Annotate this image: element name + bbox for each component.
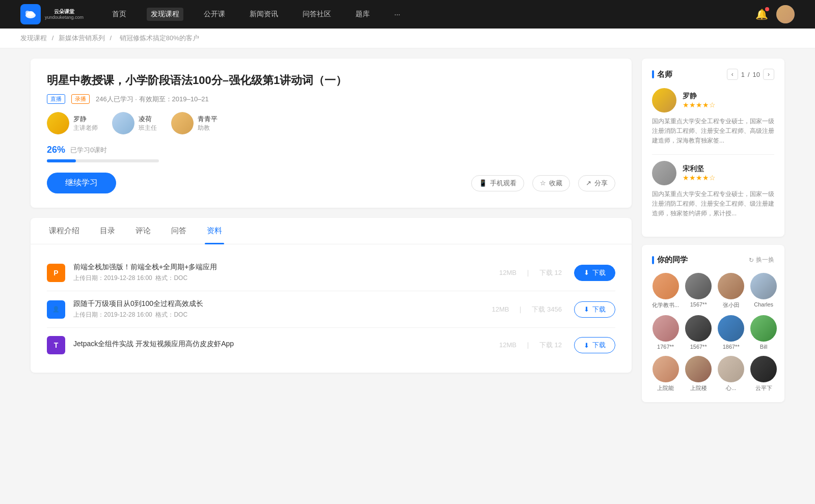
breadcrumb-current: 销冠修炼术搞定80%的客户 xyxy=(120,34,199,42)
teacher-1-role: 班主任 xyxy=(139,124,157,132)
classmate-10-name: 心... xyxy=(726,384,736,392)
breadcrumb: 发现课程 / 新媒体营销系列 / 销冠修炼术搞定80%的客户 xyxy=(0,29,815,48)
teacher-1-avatar xyxy=(112,112,134,134)
teacher-entry-0-header: 罗静 ★★★★☆ xyxy=(652,88,774,113)
course-meta: 直播 录播 246人已学习 · 有效期至：2019–10–21 xyxy=(47,94,615,104)
teacher-entry-0-stars: ★★★★☆ xyxy=(683,101,716,109)
teacher-2-avatar xyxy=(171,112,194,134)
classmate-6[interactable]: 1867** xyxy=(718,315,744,350)
resource-item-0: P 前端全栈加强版！前端全栈+全周期+多端应用 上传日期：2019-12-28 … xyxy=(47,255,615,291)
share-label: 分享 xyxy=(594,179,608,188)
classmate-1[interactable]: 1567** xyxy=(685,273,712,309)
mobile-view-button[interactable]: 📱 手机观看 xyxy=(471,175,524,191)
classmate-4[interactable]: 1767** xyxy=(652,315,679,350)
tab-catalog[interactable]: 目录 xyxy=(98,218,117,244)
tab-qa[interactable]: 问答 xyxy=(169,218,188,244)
classmate-7-name: Bill xyxy=(760,344,768,350)
classmate-1-avatar xyxy=(685,273,712,299)
nav-public[interactable]: 公开课 xyxy=(200,8,229,21)
famous-teachers-card: 名师 ‹ 1 / 10 › 罗静 ★★★★☆ 国内某重点 xyxy=(642,59,784,237)
tab-intro[interactable]: 课程介绍 xyxy=(47,218,82,244)
nav-discover[interactable]: 发现课程 xyxy=(147,8,183,21)
download-icon-0: ⬇ xyxy=(584,269,589,276)
classmate-5[interactable]: 1567** xyxy=(685,315,712,350)
teacher-entry-0-name: 罗静 xyxy=(683,92,716,101)
teacher-entry-1-desc: 国内某重点大学安全工程专业硕士，国家一级注册消防工程师、注册安全工程师、级注册建… xyxy=(652,189,774,219)
teacher-entry-1: 宋利坚 ★★★★☆ 国内某重点大学安全工程专业硕士，国家一级注册消防工程师、注册… xyxy=(652,161,774,219)
teachers-list: 罗静 主讲老师 凌荷 班主任 xyxy=(47,112,615,134)
user-avatar-nav[interactable] xyxy=(776,5,795,23)
res-title-1: 跟随千万级项目从0到100全过程高效成长 xyxy=(73,299,479,309)
classmate-7[interactable]: Bill xyxy=(750,315,777,350)
logo[interactable]: 云朵课堂 yundouketang.com xyxy=(20,4,84,24)
share-button[interactable]: ↗ 分享 xyxy=(578,175,615,191)
download-button-0[interactable]: ⬇ 下载 xyxy=(574,265,615,281)
switch-classmates-button[interactable]: ↻ 换一换 xyxy=(749,256,774,264)
main-content: 明星中教授课，小学阶段语法100分–强化级第1讲动词（一） 直播 录播 246人… xyxy=(31,59,632,410)
nav-home[interactable]: 首页 xyxy=(108,8,130,21)
notification-bell[interactable]: 🔔 xyxy=(755,8,768,20)
nav-quiz[interactable]: 题库 xyxy=(351,8,374,21)
classmate-3[interactable]: Charles xyxy=(750,273,777,309)
res-info-0: 前端全栈加强版！前端全栈+全周期+多端应用 上传日期：2019-12-28 16… xyxy=(73,263,487,283)
refresh-icon: ↻ xyxy=(749,257,754,264)
teacher-next-button[interactable]: › xyxy=(763,69,774,80)
teacher-entry-1-info: 宋利坚 ★★★★☆ xyxy=(683,164,716,182)
res-icon-2: T xyxy=(47,336,65,354)
res-icon-1: 👤 xyxy=(47,300,65,319)
progress-section: 26% 已学习0课时 xyxy=(47,145,615,162)
continue-study-button[interactable]: 继续学习 xyxy=(47,173,116,193)
breadcrumb-discover[interactable]: 发现课程 xyxy=(20,34,47,42)
classmate-2-name: 张小田 xyxy=(723,301,740,309)
teacher-0-name: 罗静 xyxy=(73,115,98,124)
nav-news[interactable]: 新闻资讯 xyxy=(246,8,282,21)
teacher-0-role: 主讲老师 xyxy=(73,124,98,132)
logo-icon xyxy=(20,4,41,24)
collect-button[interactable]: ☆ 收藏 xyxy=(532,175,570,191)
classmate-10[interactable]: 心... xyxy=(718,356,744,392)
classmate-9-name: 上院楼 xyxy=(690,384,707,392)
classmate-8[interactable]: 上院能 xyxy=(652,356,679,392)
teacher-entry-0-avatar xyxy=(652,88,676,113)
classmate-4-name: 1767** xyxy=(657,344,674,350)
svg-point-2 xyxy=(25,11,30,15)
teacher-0-info: 罗静 主讲老师 xyxy=(73,115,98,132)
logo-text: 云朵课堂 xyxy=(45,9,84,15)
breadcrumb-sep1: / xyxy=(52,34,56,42)
tab-materials[interactable]: 资料 xyxy=(205,218,224,244)
download-button-2[interactable]: ⬇ 下载 xyxy=(574,337,615,353)
breadcrumb-series[interactable]: 新媒体营销系列 xyxy=(59,34,105,42)
tab-review[interactable]: 评论 xyxy=(133,218,153,244)
teacher-entry-1-avatar xyxy=(652,161,676,185)
classmate-9[interactable]: 上院楼 xyxy=(685,356,712,392)
download-icon-2: ⬇ xyxy=(584,342,589,349)
download-button-1[interactable]: ⬇ 下载 xyxy=(574,301,615,318)
classmate-2[interactable]: 张小田 xyxy=(718,273,744,309)
course-actions: 继续学习 📱 手机观看 ☆ 收藏 ↗ 分享 xyxy=(47,173,615,193)
teacher-2: 青青平 助教 xyxy=(171,112,218,134)
notification-dot xyxy=(765,7,769,11)
switch-label: 换一换 xyxy=(756,256,774,264)
res-info-2: Jetpack全组件实战 开发短视频应用高仿皮皮虾App xyxy=(73,340,487,351)
share-icon: ↗ xyxy=(586,179,591,187)
teacher-2-role: 助教 xyxy=(198,124,218,132)
progress-label: 26% 已学习0课时 xyxy=(47,145,615,155)
classmate-11[interactable]: 云平下 xyxy=(750,356,777,392)
classmate-0-name: 化学教书... xyxy=(652,301,679,309)
star-icon: ☆ xyxy=(540,179,546,187)
classmate-0[interactable]: 化学教书... xyxy=(652,273,679,309)
download-icon-1: ⬇ xyxy=(584,305,589,313)
breadcrumb-sep2: / xyxy=(110,34,113,42)
nav-more[interactable]: ··· xyxy=(390,8,404,20)
teacher-prev-button[interactable]: ‹ xyxy=(727,69,738,80)
main-layout: 明星中教授课，小学阶段语法100分–强化级第1讲动词（一） 直播 录播 246人… xyxy=(10,48,805,421)
res-size-1: 12MB｜下载 3456 xyxy=(487,305,566,314)
teacher-divider xyxy=(652,154,774,155)
teacher-page-sep: / xyxy=(748,71,750,78)
classmate-1-name: 1567** xyxy=(690,301,707,307)
classmate-5-name: 1567** xyxy=(690,344,707,350)
teacher-entry-0-info: 罗静 ★★★★☆ xyxy=(683,92,716,109)
res-meta-1: 上传日期：2019-12-28 16:00 格式：DOC xyxy=(73,311,479,319)
classmate-7-avatar xyxy=(750,315,777,342)
nav-qa[interactable]: 问答社区 xyxy=(298,8,335,21)
